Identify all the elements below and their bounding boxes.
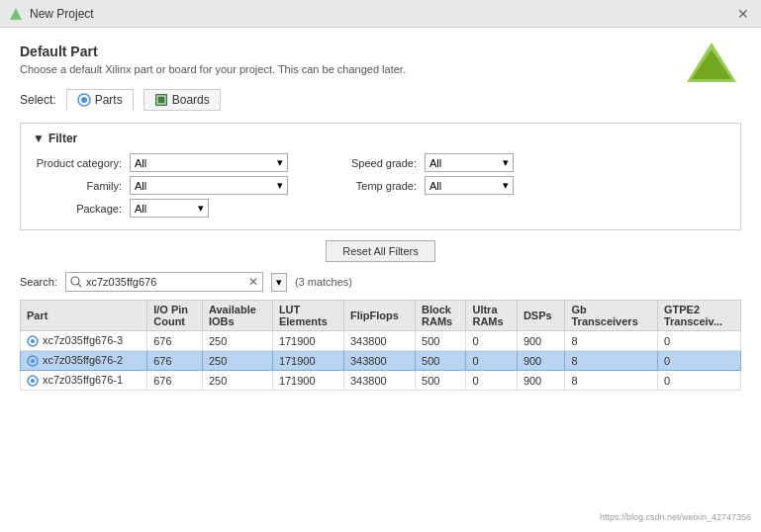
cell-ultraRAMs: 0	[466, 371, 517, 391]
cell-gtpe2: 0	[657, 331, 740, 351]
watermark: https://blog.csdn.net/weixin_42747356	[600, 512, 751, 522]
boards-icon	[154, 93, 168, 107]
title-bar: New Project ✕	[0, 0, 761, 28]
filter-section: ▼ Filter Product category: All ▾ Family:	[20, 123, 741, 230]
filter-product-label: Product category:	[33, 157, 122, 169]
section-desc: Choose a default Xilinx part or board fo…	[20, 63, 741, 75]
app-icon	[8, 6, 24, 22]
part-chip-icon	[27, 375, 39, 387]
cell-flipFlops: 343800	[343, 331, 415, 351]
filter-left-col: Product category: All ▾ Family: All ▾	[33, 153, 288, 222]
close-icon[interactable]: ✕	[733, 6, 753, 22]
col-flipflops: FlipFlops	[343, 301, 415, 331]
svg-line-8	[78, 284, 81, 287]
tab-boards-label: Boards	[172, 93, 210, 107]
filter-package-label: Package:	[33, 203, 122, 215]
select-label: Select:	[20, 93, 56, 107]
table-row[interactable]: xc7z035ffg676-26762501719003438005000900…	[21, 351, 741, 371]
cell-gtpe2: 0	[657, 351, 740, 371]
svg-marker-2	[692, 49, 731, 79]
filter-rows-container: Product category: All ▾ Family: All ▾	[33, 153, 728, 222]
cell-availableIOBs: 250	[202, 331, 272, 351]
cell-ioPinCount: 676	[147, 371, 203, 391]
table-body: xc7z035ffg676-36762501719003438005000900…	[21, 331, 741, 391]
filter-speed-label: Speed grade:	[328, 157, 417, 169]
svg-point-7	[71, 277, 79, 285]
search-clear-icon[interactable]: ✕	[248, 275, 258, 289]
col-available-iobs: AvailableIOBs	[202, 301, 272, 331]
search-input[interactable]	[86, 276, 244, 288]
cell-ioPinCount: 676	[147, 351, 203, 371]
cell-blockRAMs: 500	[416, 371, 466, 391]
search-icon	[70, 276, 82, 288]
search-label: Search:	[20, 276, 57, 288]
col-ultra-rams: UltraRAMs	[466, 301, 517, 331]
filter-family-select[interactable]: All ▾	[130, 176, 288, 195]
filter-package-select[interactable]: All ▾	[130, 199, 209, 218]
cell-gbTransceivers: 8	[565, 371, 657, 391]
chevron-down-icon2: ▾	[277, 179, 283, 192]
parts-table: Part I/O PinCount AvailableIOBs LUTEleme…	[20, 300, 741, 391]
cell-part: xc7z035ffg676-3	[21, 331, 147, 351]
filter-product-select[interactable]: All ▾	[130, 153, 288, 172]
reset-all-filters-button[interactable]: Reset All Filters	[326, 240, 434, 262]
filter-row-temp: Temp grade: All ▾	[328, 176, 514, 195]
cell-gbTransceivers: 8	[565, 351, 657, 371]
chevron-down-icon3: ▾	[198, 202, 204, 215]
cell-gbTransceivers: 8	[565, 331, 657, 351]
svg-point-12	[31, 359, 35, 363]
chevron-down-icon: ▾	[277, 156, 283, 169]
part-chip-icon	[27, 335, 39, 347]
filter-toggle[interactable]: ▼ Filter	[33, 132, 728, 145]
cell-blockRAMs: 500	[416, 331, 466, 351]
filter-row-package: Package: All ▾	[33, 199, 288, 218]
table-header: Part I/O PinCount AvailableIOBs LUTEleme…	[21, 301, 741, 331]
dialog-body: Default Part Choose a default Xilinx par…	[0, 28, 761, 532]
cell-flipFlops: 343800	[343, 371, 415, 391]
cell-ultraRAMs: 0	[466, 351, 517, 371]
filter-speed-select[interactable]: All ▾	[425, 153, 514, 172]
filter-row-speed: Speed grade: All ▾	[328, 153, 514, 172]
filter-arrow-icon: ▼	[33, 132, 45, 145]
svg-point-14	[31, 379, 35, 383]
filter-product-value: All	[135, 157, 146, 169]
col-block-rams: BlockRAMs	[416, 301, 466, 331]
search-row: Search: ✕ ▾ (3 matches)	[20, 272, 741, 292]
match-count: (3 matches)	[295, 276, 352, 288]
tab-boards[interactable]: Boards	[143, 89, 221, 111]
tab-parts[interactable]: Parts	[66, 89, 134, 111]
cell-availableIOBs: 250	[202, 371, 272, 391]
filter-temp-value: All	[429, 180, 441, 192]
reset-btn-row: Reset All Filters	[20, 240, 741, 262]
cell-ultraRAMs: 0	[466, 331, 517, 351]
svg-point-4	[81, 97, 87, 103]
filter-right-col: Speed grade: All ▾ Temp grade: All ▾	[328, 153, 514, 222]
col-dsps: DSPs	[517, 301, 565, 331]
xilinx-logo	[682, 38, 741, 87]
col-gtpe2: GTPE2Transceiv...	[657, 301, 740, 331]
filter-family-value: All	[135, 180, 146, 192]
tab-parts-label: Parts	[95, 93, 123, 107]
cell-gtpe2: 0	[657, 371, 740, 391]
table-row[interactable]: xc7z035ffg676-16762501719003438005000900…	[21, 371, 741, 391]
cell-availableIOBs: 250	[202, 351, 272, 371]
table-row[interactable]: xc7z035ffg676-36762501719003438005000900…	[21, 331, 741, 351]
col-io-pin: I/O PinCount	[147, 301, 203, 331]
chevron-down-icon4: ▾	[503, 156, 509, 169]
filter-temp-select[interactable]: All ▾	[425, 176, 514, 195]
col-lut: LUTElements	[272, 301, 343, 331]
filter-label: Filter	[48, 132, 77, 145]
search-input-wrapper[interactable]: ✕	[65, 272, 263, 292]
filter-speed-value: All	[429, 157, 441, 169]
cell-part: xc7z035ffg676-1	[21, 371, 147, 391]
filter-family-label: Family:	[33, 180, 122, 192]
parts-table-container[interactable]: Part I/O PinCount AvailableIOBs LUTEleme…	[20, 300, 741, 391]
col-part: Part	[21, 301, 147, 331]
svg-point-10	[31, 339, 35, 343]
search-dropdown[interactable]: ▾	[271, 273, 287, 292]
cell-part: xc7z035ffg676-2	[21, 351, 147, 371]
filter-package-value: All	[135, 203, 146, 215]
filter-row-product: Product category: All ▾	[33, 153, 288, 172]
cell-ioPinCount: 676	[147, 331, 203, 351]
cell-dsps: 900	[517, 371, 565, 391]
